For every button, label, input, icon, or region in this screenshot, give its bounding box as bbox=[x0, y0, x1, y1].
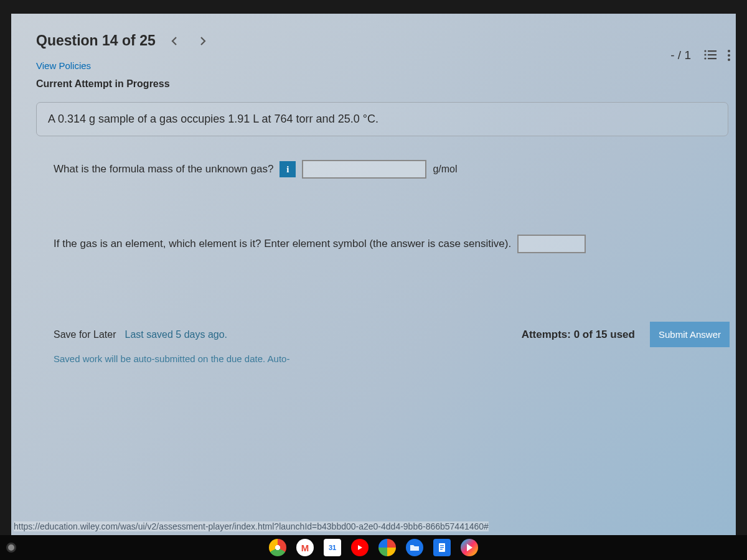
svg-rect-10 bbox=[440, 545, 444, 546]
question-header: Question 14 of 25 bbox=[36, 32, 736, 49]
view-policies-link[interactable]: View Policies bbox=[36, 60, 91, 71]
status-bar-url: https://education.wiley.com/was/ui/v2/as… bbox=[14, 521, 489, 531]
play-store-icon[interactable] bbox=[461, 539, 478, 556]
svg-point-2 bbox=[704, 54, 706, 55]
taskbar: M 31 bbox=[0, 535, 747, 560]
svg-point-0 bbox=[704, 50, 706, 52]
svg-point-6 bbox=[728, 50, 730, 52]
triangle-icon bbox=[465, 543, 474, 552]
info-button[interactable]: i bbox=[280, 161, 296, 177]
play-icon bbox=[356, 544, 364, 551]
footer-bar: Save for Later Last saved 5 days ago. At… bbox=[54, 322, 730, 347]
list-icon bbox=[703, 49, 717, 60]
chevron-left-icon bbox=[171, 36, 178, 46]
gmail-app-icon[interactable]: M bbox=[296, 539, 314, 556]
next-question-button[interactable] bbox=[193, 34, 213, 49]
svg-rect-11 bbox=[440, 547, 444, 548]
files-app-icon[interactable] bbox=[406, 539, 423, 556]
auto-submit-note: Saved work will be auto-submitted on the… bbox=[54, 353, 736, 364]
info-icon: i bbox=[286, 164, 289, 175]
folder-icon bbox=[410, 544, 420, 551]
problem-statement: A 0.314 g sample of a gas occupies 1.91 … bbox=[36, 102, 728, 136]
svg-rect-12 bbox=[440, 549, 443, 549]
submit-answer-button[interactable]: Submit Answer bbox=[650, 322, 730, 347]
question-1-block: What is the formula mass of the unknown … bbox=[54, 160, 723, 179]
unit-label: g/mol bbox=[433, 164, 457, 175]
question-2-text: If the gas is an element, which element … bbox=[54, 238, 511, 250]
question-1-text: What is the formula mass of the unknown … bbox=[54, 163, 273, 175]
youtube-app-icon[interactable] bbox=[351, 539, 369, 556]
kebab-icon bbox=[727, 49, 731, 62]
prev-question-button[interactable] bbox=[164, 34, 184, 49]
photos-app-icon[interactable] bbox=[378, 539, 396, 556]
svg-point-8 bbox=[728, 58, 730, 61]
score-bar: - / 1 bbox=[670, 49, 731, 62]
svg-point-7 bbox=[728, 54, 730, 57]
question-title: Question 14 of 25 bbox=[36, 32, 156, 49]
element-symbol-input[interactable] bbox=[517, 235, 586, 253]
chevron-right-icon bbox=[199, 36, 207, 46]
svg-rect-5 bbox=[708, 58, 716, 59]
calendar-app-icon[interactable]: 31 bbox=[324, 539, 341, 556]
attempt-status: Current Attempt in Progress bbox=[36, 78, 736, 90]
svg-point-4 bbox=[704, 57, 706, 59]
docs-app-icon[interactable] bbox=[433, 539, 451, 556]
question-2-block: If the gas is an element, which element … bbox=[54, 235, 723, 253]
save-for-later-button[interactable]: Save for Later bbox=[54, 329, 116, 340]
svg-rect-3 bbox=[708, 54, 716, 55]
last-saved-label: Last saved 5 days ago. bbox=[125, 329, 228, 340]
formula-mass-input[interactable] bbox=[302, 160, 426, 179]
attempts-label: Attempts: 0 of 15 used bbox=[522, 329, 635, 341]
chrome-app-icon[interactable] bbox=[269, 539, 286, 556]
question-list-button[interactable] bbox=[703, 49, 717, 62]
doc-icon bbox=[438, 543, 446, 553]
svg-rect-1 bbox=[708, 50, 716, 52]
launcher-button[interactable] bbox=[6, 543, 16, 553]
score-text: - / 1 bbox=[670, 49, 691, 62]
more-options-button[interactable] bbox=[727, 49, 731, 62]
